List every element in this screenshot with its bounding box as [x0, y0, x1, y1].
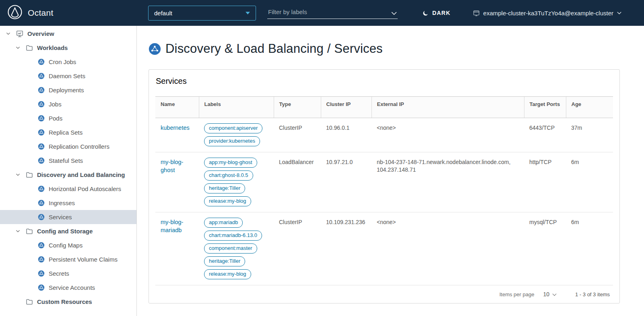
items-per-page-value: 10 — [543, 291, 549, 297]
folder-icon — [26, 171, 33, 179]
name-cell: my-blog-ghost — [155, 152, 199, 212]
chevron-down-icon[interactable] — [14, 172, 22, 177]
label-badge: release:my-blog — [204, 196, 251, 206]
sidebar-item-label: Config Maps — [49, 242, 83, 249]
namespace-dropdown[interactable]: default — [148, 6, 256, 21]
brand: Octant — [7, 0, 54, 26]
chevron-down-icon — [552, 291, 557, 297]
resource-icon — [38, 284, 45, 291]
resource-icon — [38, 129, 45, 136]
chevron-down-icon[interactable] — [391, 10, 397, 17]
sidebar-item-secrets[interactable]: Secrets — [0, 266, 136, 281]
table-row: my-blog-ghostapp:my-blog-ghostchart:ghos… — [155, 152, 613, 212]
resource-icon — [38, 101, 45, 108]
type-cell: ClusterIP — [274, 212, 321, 285]
column-header-target-ports: Target Ports — [524, 97, 566, 118]
sidebar-item-daemon-sets[interactable]: Daemon Sets — [0, 69, 136, 83]
column-header-type: Type — [274, 97, 321, 118]
sidebar-item-replication-controllers[interactable]: Replication Controllers — [0, 139, 136, 154]
pagination-range: 1 - 3 of 3 items — [575, 291, 610, 297]
sidebar-item-config-and-storage[interactable]: Config and Storage — [0, 224, 136, 238]
sidebar-item-discovery-and-load-balancing[interactable]: Discovery and Load Balancing — [0, 168, 136, 182]
items-per-page-dropdown[interactable]: 10 — [543, 291, 557, 297]
services-card: Services NameLabelsTypeCluster IPExterna… — [149, 69, 620, 304]
column-header-age: Age — [566, 97, 613, 118]
sidebar-item-label: Service Accounts — [49, 284, 95, 291]
resource-icon — [38, 73, 45, 79]
services-table-body: kubernetescomponent:apiserverprovider:ku… — [155, 118, 613, 285]
folder-icon — [26, 228, 33, 235]
sidebar-nav: OverviewWorkloadsCron JobsDaemon SetsDep… — [0, 26, 137, 316]
resource-icon — [38, 143, 45, 150]
resource-icon — [38, 214, 45, 220]
sidebar-item-label: Services — [49, 214, 72, 220]
theme-label: DARK — [432, 10, 450, 16]
moon-icon — [423, 10, 429, 16]
age-cell: 37m — [566, 118, 613, 152]
label-badge: component:master — [204, 243, 257, 254]
sidebar-item-label: Ingresses — [49, 200, 75, 206]
label-badge: chart:ghost-8.0.5 — [204, 170, 253, 181]
topbar: Octant default DARK — [0, 0, 644, 26]
sidebar-item-horizontal-pod-autoscalers[interactable]: Horizontal Pod Autoscalers — [0, 182, 136, 196]
sidebar-item-label: Config and Storage — [37, 228, 93, 235]
sidebar-item-label: Jobs — [49, 101, 62, 108]
type-cell: ClusterIP — [274, 118, 321, 152]
sidebar-item-label: Daemon Sets — [49, 73, 85, 79]
sidebar-item-cron-jobs[interactable]: Cron Jobs — [0, 55, 136, 69]
pagination: Items per page 10 1 - 3 of 3 items — [155, 285, 613, 303]
sidebar-item-label: Stateful Sets — [49, 157, 83, 164]
cluster-ip-cell: 10.109.231.236 — [321, 212, 372, 285]
label-filter-input[interactable] — [267, 7, 398, 19]
resource-icon — [38, 242, 45, 249]
folder-icon — [26, 298, 33, 306]
chevron-down-icon — [246, 12, 250, 15]
target-ports-cell: mysql/TCP — [524, 212, 566, 285]
sidebar-item-stateful-sets[interactable]: Stateful Sets — [0, 154, 136, 168]
cluster-context-dropdown[interactable]: example-cluster-ka3TuTzYo4a@example-clus… — [473, 0, 621, 26]
chevron-down-icon[interactable] — [14, 229, 22, 234]
sidebar-item-jobs[interactable]: Jobs — [0, 97, 136, 111]
sidebar-item-overview[interactable]: Overview — [0, 27, 136, 41]
column-header-name: Name — [155, 97, 199, 118]
main-content: Discovery & Load Balancing / Services Se… — [137, 26, 644, 316]
service-link-my-blog-mariadb[interactable]: my-blog-mariadb — [161, 219, 183, 233]
cluster-ip-cell: 10.96.0.1 — [321, 118, 372, 152]
sidebar-item-label: Horizontal Pod Autoscalers — [49, 185, 121, 192]
sidebar-item-pods[interactable]: Pods — [0, 111, 136, 125]
label-badge: chart:mariadb-6.13.0 — [204, 231, 262, 241]
name-cell: kubernetes — [155, 118, 199, 152]
sidebar-item-replica-sets[interactable]: Replica Sets — [0, 125, 136, 139]
sidebar-item-label: Deployments — [49, 87, 84, 94]
resource-icon — [38, 185, 45, 192]
service-link-kubernetes[interactable]: kubernetes — [161, 125, 190, 131]
label-badge: heritage:Tiller — [204, 183, 245, 193]
table-row: kubernetescomponent:apiserverprovider:ku… — [155, 118, 613, 152]
external-ip-cell: <none> — [372, 118, 524, 152]
sidebar-item-ingresses[interactable]: Ingresses — [0, 196, 136, 210]
sidebar-item-workloads[interactable]: Workloads — [0, 41, 136, 55]
sidebar-item-services[interactable]: Services — [0, 210, 136, 224]
sidebar-item-label: Pods — [49, 115, 62, 122]
sidebar-item-service-accounts[interactable]: Service Accounts — [0, 281, 136, 295]
sidebar-item-custom-resources[interactable]: Custom Resources — [0, 295, 136, 309]
sidebar-item-label: Custom Resources — [37, 298, 92, 305]
discovery-load-balancing-icon — [149, 43, 161, 55]
applications-icon — [16, 30, 23, 37]
chevron-down-icon[interactable] — [4, 31, 12, 36]
resource-icon — [38, 256, 45, 263]
sidebar-item-config-maps[interactable]: Config Maps — [0, 238, 136, 252]
sidebar-item-label: Replication Controllers — [49, 143, 109, 150]
app-title: Octant — [28, 8, 54, 18]
service-link-my-blog-ghost[interactable]: my-blog-ghost — [161, 159, 183, 173]
label-badge: release:my-blog — [204, 269, 251, 279]
chevron-down-icon[interactable] — [14, 45, 22, 50]
target-ports-cell: http/TCP — [524, 152, 566, 212]
cluster-ip-cell: 10.97.21.0 — [321, 152, 372, 212]
resource-icon — [38, 157, 45, 164]
namespace-value: default — [154, 10, 172, 17]
sidebar-item-persistent-volume-claims[interactable]: Persistent Volume Claims — [0, 252, 136, 266]
sidebar-item-deployments[interactable]: Deployments — [0, 83, 136, 97]
dark-mode-toggle[interactable]: DARK — [423, 0, 450, 26]
column-header-labels: Labels — [199, 97, 274, 118]
